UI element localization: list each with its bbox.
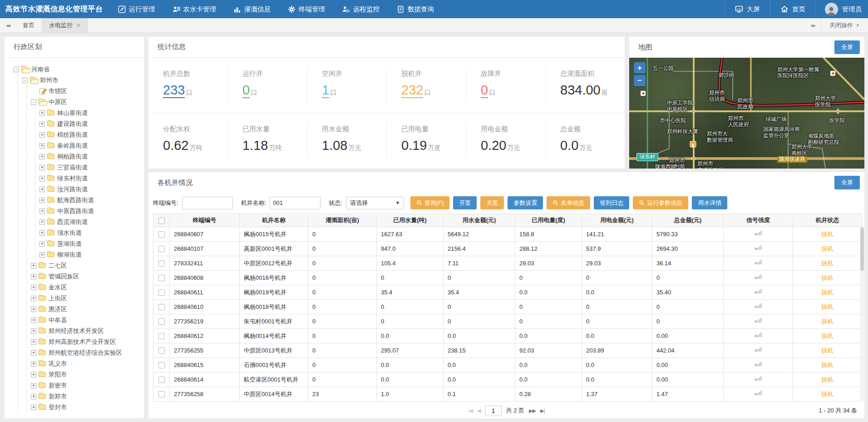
expand-icon[interactable]: + [39, 143, 45, 149]
tree-node-上街区[interactable]: +上街区 [14, 293, 141, 304]
map-zoom-out-button[interactable]: − [634, 75, 646, 86]
tabs-scroll-left-icon[interactable]: ◀◀ [0, 18, 15, 33]
button-用水详情[interactable]: 用水详情 [692, 196, 727, 209]
status-select[interactable]: 请选择 ▼ [346, 197, 404, 209]
table-row[interactable]: 268840611枫杨0019号机井035.435.40.00.035.40✕脱… [153, 285, 862, 300]
expand-icon[interactable]: + [39, 230, 45, 236]
tree-node-市辖区[interactable]: 市辖区 [14, 86, 141, 97]
map-canvas[interactable]: 五一公园碧沙岗郑州大学第一附属 医院河医院区郑州市 信访局中原工学院 中原校区郑… [629, 58, 864, 169]
tree-node-林山寨街道[interactable]: +林山寨街道 [14, 108, 141, 119]
button-名单信息[interactable]: 名单信息 [547, 196, 590, 209]
expand-icon[interactable]: + [31, 339, 36, 345]
collapse-icon[interactable]: - [31, 99, 36, 105]
pager-last-button[interactable]: ▶| [540, 408, 544, 414]
row-checkbox[interactable] [158, 333, 165, 339]
expand-icon[interactable]: + [31, 328, 36, 334]
tree-node-管城回族区[interactable]: +管城回族区 [14, 271, 141, 282]
nav-item-运行管理[interactable]: 运行管理 [109, 0, 164, 18]
table-row[interactable]: 268840607枫杨0015号机井01627.635649.12158.814… [153, 227, 862, 242]
expand-icon[interactable]: + [39, 252, 45, 258]
nav-item-首页[interactable]: 首页 [770, 0, 815, 18]
well-name-input[interactable] [270, 197, 321, 209]
tree-node-郑州高新技术产业开发区[interactable]: +郑州高新技术产业开发区 [14, 337, 141, 348]
expand-icon[interactable]: + [39, 176, 45, 181]
table-row[interactable]: 268840614航空港区0001号机井00.00.00.00.00.00✕脱机 [153, 372, 862, 387]
tree-node-绿东村街道[interactable]: +绿东村街道 [14, 173, 141, 184]
table-row[interactable]: 268840608枫杨0016号机井000000✕脱机 [153, 271, 862, 285]
collapse-icon[interactable]: - [22, 78, 28, 83]
pager-prev-button[interactable]: ◀ [477, 408, 480, 414]
tree-node-中原西路街道[interactable]: +中原西路街道 [14, 206, 141, 217]
row-checkbox[interactable] [158, 246, 165, 252]
row-checkbox[interactable] [158, 377, 165, 383]
expand-icon[interactable]: + [31, 296, 36, 301]
button-参数设置[interactable]: 参数设置 [508, 196, 543, 209]
row-checkbox[interactable] [158, 304, 165, 310]
row-checkbox[interactable] [158, 348, 165, 354]
table-row[interactable]: 268840107高新区0001号机井0947.02156.4288.12537… [153, 242, 862, 256]
tree-node-荥阳市[interactable]: +荥阳市 [14, 369, 141, 380]
row-checkbox[interactable] [158, 275, 165, 281]
button-关泵[interactable]: 关泵 [480, 196, 504, 209]
tree-node-汝河路街道[interactable]: +汝河路街道 [14, 184, 141, 195]
tree-node-秦岭路街道[interactable]: +秦岭路街道 [14, 140, 141, 151]
tree-node-登封市[interactable]: +登封市 [14, 402, 141, 413]
row-checkbox[interactable] [158, 391, 165, 397]
stat-value[interactable]: 0 [242, 83, 250, 98]
table-row[interactable]: 277356258中原区0014号机井231.00.10.281.371.47✕… [153, 387, 862, 402]
expand-icon[interactable]: + [39, 165, 45, 170]
nav-item-远程监控[interactable]: 远程监控 [334, 0, 388, 18]
table-row[interactable]: 268840612枫杨0014号机井00.00.00.00.00.00✕脱机 [153, 329, 862, 343]
pager-page-input[interactable] [485, 406, 502, 416]
terminal-id-input[interactable] [182, 197, 233, 209]
tree-node-西流湖街道[interactable]: +西流湖街道 [14, 217, 141, 228]
expand-icon[interactable]: + [39, 187, 45, 192]
row-checkbox[interactable] [158, 289, 165, 296]
row-checkbox[interactable] [158, 231, 165, 238]
map-fullscreen-button[interactable]: 全屏 [834, 40, 860, 54]
tree-node-惠济区[interactable]: +惠济区 [14, 304, 141, 315]
tree-node-莲湖街道[interactable]: +莲湖街道 [14, 238, 141, 249]
expand-icon[interactable]: + [39, 241, 45, 247]
stat-value[interactable]: 232 [401, 83, 423, 98]
button-查询(F)[interactable]: 查询(F) [410, 196, 450, 209]
tree-node-中牟县[interactable]: +中牟县 [14, 315, 141, 326]
expand-icon[interactable]: + [31, 405, 36, 410]
nav-item-数据查询[interactable]: 数据查询 [388, 0, 443, 18]
stat-value[interactable]: 1 [322, 83, 329, 98]
tabs-scroll-right-icon[interactable]: ▶▶ [805, 18, 821, 33]
tree-node-建设路街道[interactable]: +建设路街道 [14, 119, 141, 129]
expand-icon[interactable]: + [31, 394, 36, 399]
button-运行参数信息[interactable]: 运行参数信息 [633, 196, 688, 209]
table-row[interactable]: 278332411中原区0012号机井0105.47.1129.0329.033… [153, 256, 862, 271]
expand-icon[interactable]: + [39, 198, 45, 203]
expand-icon[interactable]: + [31, 383, 36, 388]
stat-value[interactable]: 233 [163, 83, 185, 98]
collapse-icon[interactable]: - [14, 67, 19, 72]
expand-icon[interactable]: + [31, 372, 36, 377]
tree-node-须水街道[interactable]: +须水街道 [14, 228, 141, 238]
tree-node-航海西路街道[interactable]: +航海西路街道 [14, 195, 141, 206]
row-checkbox[interactable] [158, 362, 165, 368]
tree-node-新郑市[interactable]: +新郑市 [14, 391, 141, 402]
row-checkbox[interactable] [158, 260, 165, 267]
tree-node-桐柏路街道[interactable]: +桐柏路街道 [14, 151, 141, 162]
expand-icon[interactable]: + [31, 285, 36, 290]
expand-icon[interactable]: + [39, 154, 45, 159]
tree-node-二七区[interactable]: +二七区 [14, 260, 141, 271]
expand-icon[interactable]: + [39, 121, 45, 127]
row-checkbox[interactable] [158, 318, 165, 325]
expand-icon[interactable]: + [31, 361, 36, 367]
tree-node-三官庙街道[interactable]: +三官庙街道 [14, 162, 141, 173]
tree-node-巩义市[interactable]: +巩义市 [14, 358, 141, 369]
nav-item-灌溉信息[interactable]: 灌溉信息 [225, 0, 279, 18]
nav-item-大屏[interactable]: 大屏 [725, 0, 770, 18]
tab-首页[interactable]: 首页 [15, 18, 42, 33]
tree-node-郑州经济技术开发区[interactable]: +郑州经济技术开发区 [14, 326, 141, 337]
close-operations-dropdown[interactable]: 关闭操作 ▼ [821, 18, 868, 33]
tree-node-郑州市[interactable]: -郑州市 [14, 75, 141, 86]
user-menu[interactable]: 管理员 [815, 0, 868, 18]
table-row[interactable]: 277356255中原区0013号机井0295.07238.1592.03203… [153, 343, 862, 358]
tree-node-新密市[interactable]: +新密市 [14, 380, 141, 391]
button-签到日志[interactable]: 签到日志 [594, 196, 629, 209]
